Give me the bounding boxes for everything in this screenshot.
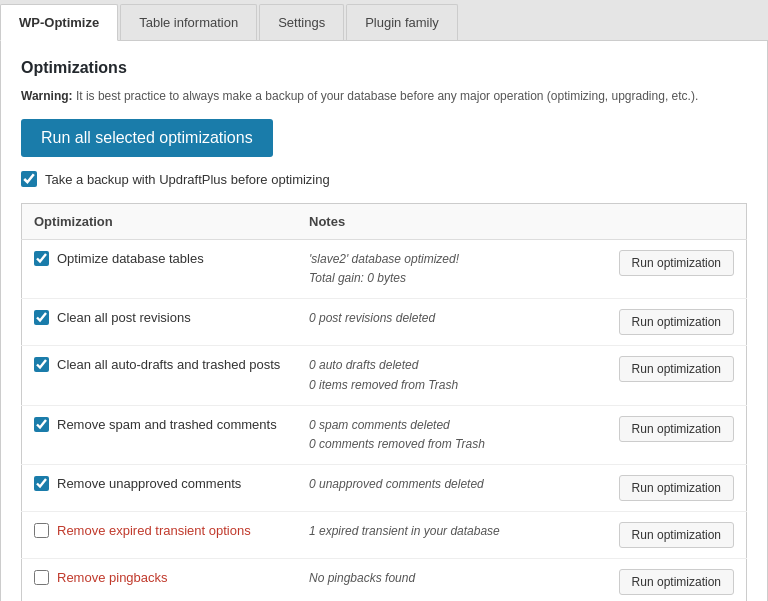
backup-label: Take a backup with UpdraftPlus before op… bbox=[45, 172, 330, 187]
tab-plugin-family[interactable]: Plugin family bbox=[346, 4, 458, 40]
run-optimization-button-remove-pingbacks[interactable]: Run optimization bbox=[619, 569, 734, 595]
run-optimization-button-clean-auto-drafts[interactable]: Run optimization bbox=[619, 356, 734, 382]
optim-label-clean-post-revisions: Clean all post revisions bbox=[57, 309, 191, 327]
warning-body: It is best practice to always make a bac… bbox=[76, 89, 698, 103]
backup-checkbox[interactable] bbox=[21, 171, 37, 187]
run-all-button[interactable]: Run all selected optimizations bbox=[21, 119, 273, 157]
table-row: Remove unapproved comments0 unapproved c… bbox=[22, 465, 747, 512]
optim-label-clean-auto-drafts: Clean all auto-drafts and trashed posts bbox=[57, 356, 280, 374]
run-optimization-button-remove-expired-transient[interactable]: Run optimization bbox=[619, 522, 734, 548]
optim-notes-optimize-db-tables: 'slave2' database optimized!Total gain: … bbox=[297, 240, 602, 299]
optim-notes-remove-expired-transient: 1 expired transient in your database bbox=[297, 512, 602, 559]
optim-checkbox-optimize-db-tables[interactable] bbox=[34, 251, 49, 266]
optim-checkbox-remove-spam-comments[interactable] bbox=[34, 417, 49, 432]
optim-label-optimize-db-tables: Optimize database tables bbox=[57, 250, 204, 268]
optim-notes-remove-pingbacks: No pingbacks found bbox=[297, 559, 602, 601]
tab-wp-optimize[interactable]: WP-Optimize bbox=[0, 4, 118, 41]
col-header-notes: Notes bbox=[297, 204, 602, 240]
optim-label-remove-spam-comments: Remove spam and trashed comments bbox=[57, 416, 277, 434]
run-optimization-button-optimize-db-tables[interactable]: Run optimization bbox=[619, 250, 734, 276]
optim-notes-remove-spam-comments: 0 spam comments deleted0 comments remove… bbox=[297, 405, 602, 464]
optim-label-remove-expired-transient: Remove expired transient options bbox=[57, 522, 251, 540]
tab-settings[interactable]: Settings bbox=[259, 4, 344, 40]
run-optimization-button-remove-unapproved-comments[interactable]: Run optimization bbox=[619, 475, 734, 501]
optimizations-table: Optimization Notes Optimize database tab… bbox=[21, 203, 747, 601]
table-row: Clean all post revisions0 post revisions… bbox=[22, 299, 747, 346]
optim-notes-clean-post-revisions: 0 post revisions deleted bbox=[297, 299, 602, 346]
run-optimization-button-remove-spam-comments[interactable]: Run optimization bbox=[619, 416, 734, 442]
run-optimization-button-clean-post-revisions[interactable]: Run optimization bbox=[619, 309, 734, 335]
table-row: Remove spam and trashed comments0 spam c… bbox=[22, 405, 747, 464]
optim-checkbox-clean-auto-drafts[interactable] bbox=[34, 357, 49, 372]
table-row: Remove pingbacksNo pingbacks foundRun op… bbox=[22, 559, 747, 601]
optim-checkbox-remove-unapproved-comments[interactable] bbox=[34, 476, 49, 491]
optim-checkbox-remove-pingbacks[interactable] bbox=[34, 570, 49, 585]
optim-notes-clean-auto-drafts: 0 auto drafts deleted0 items removed fro… bbox=[297, 346, 602, 405]
tab-table-information[interactable]: Table information bbox=[120, 4, 257, 40]
warning-prefix: Warning: bbox=[21, 89, 73, 103]
main-content: Optimizations Warning: It is best practi… bbox=[0, 41, 768, 601]
page-title: Optimizations bbox=[21, 59, 747, 77]
optim-notes-remove-unapproved-comments: 0 unapproved comments deleted bbox=[297, 465, 602, 512]
optim-checkbox-clean-post-revisions[interactable] bbox=[34, 310, 49, 325]
col-header-action bbox=[602, 204, 747, 240]
optim-label-remove-pingbacks: Remove pingbacks bbox=[57, 569, 168, 587]
tab-bar: WP-OptimizeTable informationSettingsPlug… bbox=[0, 0, 768, 41]
table-row: Remove expired transient options1 expire… bbox=[22, 512, 747, 559]
table-row: Clean all auto-drafts and trashed posts0… bbox=[22, 346, 747, 405]
optim-checkbox-remove-expired-transient[interactable] bbox=[34, 523, 49, 538]
col-header-optimization: Optimization bbox=[22, 204, 298, 240]
table-row: Optimize database tables'slave2' databas… bbox=[22, 240, 747, 299]
optim-label-remove-unapproved-comments: Remove unapproved comments bbox=[57, 475, 241, 493]
warning-text: Warning: It is best practice to always m… bbox=[21, 87, 747, 105]
backup-checkbox-row: Take a backup with UpdraftPlus before op… bbox=[21, 171, 747, 187]
